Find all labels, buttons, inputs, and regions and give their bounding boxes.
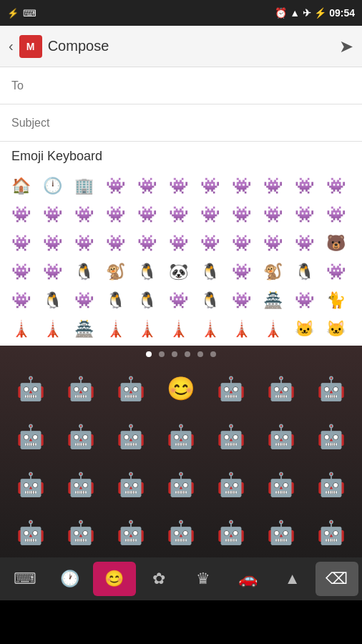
list-item[interactable]: 🤖 (307, 464, 356, 504)
list-item[interactable]: 🤖 (107, 512, 155, 552)
recent-button[interactable]: 🕐 (48, 562, 91, 596)
delete-button[interactable]: ⌫ (315, 562, 358, 596)
list-item[interactable]: 🤖 (6, 512, 55, 552)
list-item[interactable]: 🤖 (6, 369, 55, 409)
list-item[interactable]: 🗼 (226, 316, 256, 343)
list-item[interactable]: 👾 (37, 258, 67, 286)
list-item[interactable]: 🐧 (69, 258, 99, 286)
dot-2[interactable] (159, 351, 165, 357)
list-item[interactable]: 👾 (289, 172, 319, 200)
to-input[interactable] (11, 79, 351, 92)
dot-4[interactable] (185, 351, 190, 357)
list-item[interactable]: 🤖 (307, 369, 356, 409)
list-item[interactable]: 👾 (321, 201, 351, 228)
list-item[interactable]: 👾 (100, 230, 130, 257)
list-item[interactable]: 👾 (6, 201, 36, 228)
send-button[interactable]: ➤ (339, 36, 353, 57)
list-item[interactable]: 👾 (289, 201, 319, 228)
list-item[interactable]: 🤖 (207, 512, 255, 552)
list-item[interactable]: 🐒 (100, 258, 130, 286)
list-item[interactable]: 🐧 (289, 258, 319, 286)
list-item[interactable]: 😊 (157, 369, 205, 409)
list-item[interactable]: 👾 (258, 201, 288, 228)
dot-5[interactable] (197, 351, 203, 357)
list-item[interactable]: 🤖 (307, 416, 356, 457)
list-item[interactable]: 👾 (226, 287, 256, 314)
car-button[interactable]: 🚗 (226, 562, 269, 596)
list-item[interactable]: 🤖 (107, 416, 155, 457)
flower-button[interactable]: ✿ (137, 562, 180, 596)
list-item[interactable]: 👾 (132, 201, 162, 228)
list-item[interactable]: 🐧 (37, 287, 67, 314)
list-item[interactable]: 🤖 (6, 416, 55, 457)
list-item[interactable]: 🐱 (289, 316, 319, 343)
list-item[interactable]: 🤖 (57, 512, 105, 552)
list-item[interactable]: 🐻 (321, 230, 351, 257)
list-item[interactable]: 🗼 (132, 316, 162, 343)
list-item[interactable]: 🐒 (258, 258, 288, 286)
list-item[interactable]: 👾 (6, 230, 36, 257)
list-item[interactable]: 🤖 (157, 512, 205, 552)
list-item[interactable]: 🤖 (207, 416, 255, 457)
triangle-button[interactable]: ▲ (271, 562, 314, 596)
list-item[interactable]: 👾 (163, 201, 193, 228)
list-item[interactable]: 🕛 (37, 172, 67, 200)
list-item[interactable]: 👾 (132, 230, 162, 257)
list-item[interactable]: 👾 (321, 172, 351, 200)
list-item[interactable]: 🤖 (307, 512, 356, 552)
list-item[interactable]: 👾 (69, 287, 99, 314)
crown-button[interactable]: ♛ (182, 562, 225, 596)
list-item[interactable]: 👾 (289, 230, 319, 257)
list-item[interactable]: 👾 (69, 201, 99, 228)
to-field-row[interactable] (0, 67, 362, 104)
list-item[interactable]: 🤖 (207, 369, 255, 409)
list-item[interactable]: 👾 (100, 201, 130, 228)
list-item[interactable]: 👾 (163, 287, 193, 314)
list-item[interactable]: 👾 (226, 201, 256, 228)
list-item[interactable]: 👾 (289, 287, 319, 314)
list-item[interactable]: 🤖 (57, 416, 105, 457)
list-item[interactable]: 👾 (100, 172, 130, 200)
list-item[interactable]: 🗼 (100, 316, 130, 343)
list-item[interactable]: 🐧 (195, 287, 225, 314)
emoji-button[interactable]: 😊 (93, 562, 136, 596)
list-item[interactable]: 👾 (37, 230, 67, 257)
list-item[interactable]: 🗼 (6, 316, 36, 343)
dot-6[interactable] (210, 351, 216, 357)
list-item[interactable]: 👾 (195, 230, 225, 257)
list-item[interactable]: 🏢 (69, 172, 99, 200)
list-item[interactable]: 🤖 (57, 464, 105, 504)
list-item[interactable]: 🏯 (258, 287, 288, 314)
list-item[interactable]: 🤖 (157, 416, 205, 457)
list-item[interactable]: 👾 (195, 172, 225, 200)
list-item[interactable]: 🤖 (257, 369, 305, 409)
list-item[interactable]: 🐧 (132, 287, 162, 314)
list-item[interactable]: 🐧 (100, 287, 130, 314)
back-button[interactable]: ‹ (9, 38, 14, 54)
list-item[interactable]: 👾 (69, 230, 99, 257)
list-item[interactable]: 👾 (226, 258, 256, 286)
list-item[interactable]: 🤖 (6, 464, 55, 504)
list-item[interactable]: 🤖 (257, 512, 305, 552)
list-item[interactable]: 👾 (226, 230, 256, 257)
list-item[interactable]: 🐼 (163, 258, 193, 286)
list-item[interactable]: 🤖 (107, 464, 155, 504)
list-item[interactable]: 👾 (321, 258, 351, 286)
list-item[interactable]: 👾 (258, 172, 288, 200)
dot-1[interactable] (146, 351, 152, 357)
list-item[interactable]: 👾 (195, 201, 225, 228)
list-item[interactable]: 🗼 (258, 316, 288, 343)
list-item[interactable]: 👾 (163, 172, 193, 200)
list-item[interactable]: 🗼 (195, 316, 225, 343)
list-item[interactable]: 🤖 (157, 464, 205, 504)
list-item[interactable]: 🐧 (195, 258, 225, 286)
subject-input[interactable] (11, 117, 351, 130)
dot-3[interactable] (172, 351, 177, 357)
list-item[interactable]: 🐱 (321, 316, 351, 343)
list-item[interactable]: 👾 (163, 230, 193, 257)
list-item[interactable]: 👾 (132, 172, 162, 200)
list-item[interactable]: 👾 (6, 258, 36, 286)
keyboard-button[interactable]: ⌨ (4, 562, 47, 596)
list-item[interactable]: 🤖 (107, 369, 155, 409)
list-item[interactable]: 🐈 (321, 287, 351, 314)
